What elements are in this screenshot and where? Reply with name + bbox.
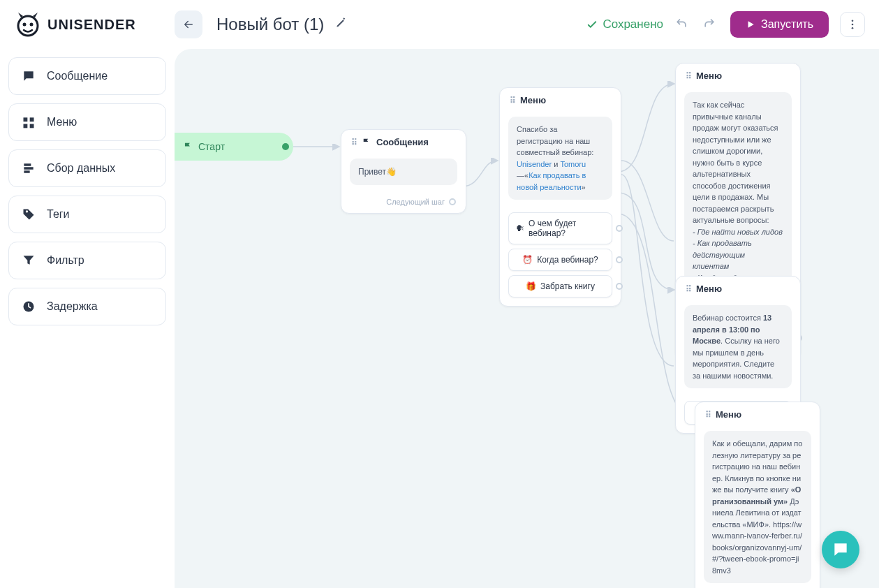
link-unisender[interactable]: Unisender: [517, 160, 552, 168]
clock-icon: [22, 300, 36, 314]
drag-handle-icon[interactable]: ⠿: [686, 284, 690, 294]
node-body: Привет👋: [341, 154, 466, 193]
undo-button[interactable]: [674, 16, 691, 33]
block-palette: Сообщение Меню Сбор данных Теги Фильтр З…: [0, 49, 175, 588]
next-step-label: Следующий шаг: [386, 198, 445, 206]
speech-emoji: 🗣: [516, 223, 524, 233]
node-body: Как и обещали, дарим полезную литературу…: [695, 427, 820, 588]
output-port[interactable]: [616, 256, 623, 263]
node-title: Меню: [520, 95, 546, 105]
node-body: Спасибо за регистрацию на наш совместный…: [500, 112, 621, 208]
node-footer: Следующий шаг: [341, 193, 466, 213]
output-port[interactable]: [449, 198, 456, 205]
app-header: UNISENDER Новый бот (1) Сохранено Запуст…: [0, 0, 879, 49]
arrow-left-icon: [182, 18, 195, 31]
filter-icon: [22, 253, 36, 267]
check-icon: [586, 18, 598, 31]
node-title: Меню: [696, 71, 722, 81]
main-layout: Сообщение Меню Сбор данных Теги Фильтр З…: [0, 49, 879, 588]
node-menu-4[interactable]: ⠿ Меню Как и обещали, дарим полезную лит…: [695, 402, 820, 588]
message-bubble: Как и обещали, дарим полезную литературу…: [704, 431, 811, 583]
svg-rect-8: [24, 124, 28, 128]
flag-icon: [362, 138, 371, 147]
logo-icon: [14, 10, 42, 38]
link-tomoru[interactable]: Tomoru: [560, 160, 586, 168]
flag-icon: [183, 142, 193, 152]
start-label: Старт: [198, 141, 225, 152]
svg-rect-6: [24, 117, 28, 122]
start-node[interactable]: Старт: [175, 133, 293, 161]
option-label: О чем будет вебинар?: [529, 219, 605, 238]
option-label: Когда вебинар?: [537, 255, 598, 265]
output-port[interactable]: [282, 143, 289, 150]
palette-label: Теги: [47, 208, 70, 221]
save-status-label: Сохранено: [603, 17, 663, 31]
palette-item-tags[interactable]: Теги: [8, 196, 166, 233]
drag-handle-icon[interactable]: ⠿: [686, 71, 690, 81]
tag-icon: [22, 207, 36, 221]
svg-rect-9: [30, 124, 34, 128]
message-bubble: Привет👋: [350, 159, 457, 185]
back-button[interactable]: [175, 10, 202, 38]
brand-logo[interactable]: UNISENDER: [14, 10, 175, 38]
launch-button[interactable]: Запустить: [730, 11, 829, 38]
menu-option-about[interactable]: 🗣 О чем будет вебинар?: [508, 212, 612, 244]
palette-item-menu[interactable]: Меню: [8, 103, 166, 141]
palette-label: Сообщение: [47, 70, 108, 82]
redo-button[interactable]: [702, 16, 719, 33]
chat-support-button[interactable]: [822, 531, 859, 568]
menu-option-book[interactable]: 🎁 Забрать книгу: [508, 275, 612, 297]
menu-icon: [22, 115, 36, 129]
node-title: Меню: [696, 284, 722, 294]
palette-item-filter[interactable]: Фильтр: [8, 242, 166, 279]
node-header[interactable]: ⠿ Меню: [676, 277, 800, 301]
node-title: Меню: [716, 409, 741, 420]
output-port[interactable]: [616, 225, 623, 232]
node-header[interactable]: ⠿ Сообщения: [341, 130, 466, 154]
message-bubble: Спасибо за регистрацию на наш совместный…: [508, 117, 612, 200]
dots-vertical-icon: [846, 18, 859, 31]
redo-icon: [702, 16, 716, 30]
bot-title: Новый бот (1): [216, 15, 324, 34]
node-title: Сообщения: [376, 137, 429, 147]
flow-canvas[interactable]: Старт ⠿ Сообщения Привет👋 Следующий шаг: [175, 49, 879, 588]
launch-label: Запустить: [761, 18, 813, 31]
edit-title-button[interactable]: [335, 16, 352, 33]
wave-emoji: 👋: [386, 167, 397, 177]
data-icon: [22, 161, 36, 175]
gift-emoji: 🎁: [526, 281, 536, 291]
play-icon: [746, 20, 755, 29]
option-label: Забрать книгу: [540, 281, 595, 291]
header-actions: Сохранено Запустить: [586, 11, 865, 38]
node-body: Вебинар состоится 13 апреля в 13:00 по М…: [676, 301, 800, 397]
brand-text: UNISENDER: [47, 17, 136, 33]
palette-label: Фильтр: [47, 254, 84, 267]
output-port[interactable]: [616, 283, 623, 290]
drag-handle-icon[interactable]: ⠿: [351, 138, 356, 147]
clock-emoji: ⏰: [522, 255, 533, 265]
palette-label: Меню: [47, 116, 77, 128]
message-bubble: Вебинар состоится 13 апреля в 13:00 по М…: [684, 305, 792, 388]
drag-handle-icon[interactable]: ⠿: [510, 96, 515, 105]
palette-item-data[interactable]: Сбор данных: [8, 149, 166, 187]
more-button[interactable]: [840, 12, 865, 37]
svg-point-0: [18, 16, 38, 36]
svg-point-3: [852, 20, 854, 22]
node-header[interactable]: ⠿ Меню: [500, 88, 621, 112]
palette-label: Задержка: [47, 300, 98, 313]
drag-handle-icon[interactable]: ⠿: [705, 410, 710, 420]
node-messages[interactable]: ⠿ Сообщения Привет👋 Следующий шаг: [341, 129, 466, 214]
save-status: Сохранено: [586, 17, 663, 31]
svg-point-4: [852, 24, 854, 26]
node-header[interactable]: ⠿ Меню: [676, 64, 800, 88]
palette-item-message[interactable]: Сообщение: [8, 57, 166, 95]
palette-item-delay[interactable]: Задержка: [8, 288, 166, 325]
node-menu-1[interactable]: ⠿ Меню Спасибо за регистрацию на наш сов…: [499, 87, 621, 307]
menu-option-when[interactable]: ⏰ Когда вебинар?: [508, 249, 612, 271]
svg-point-5: [852, 27, 854, 29]
pencil-icon: [335, 16, 348, 29]
svg-point-1: [23, 23, 27, 27]
node-header[interactable]: ⠿ Меню: [695, 402, 820, 427]
svg-rect-7: [30, 117, 34, 122]
message-icon: [22, 69, 36, 83]
